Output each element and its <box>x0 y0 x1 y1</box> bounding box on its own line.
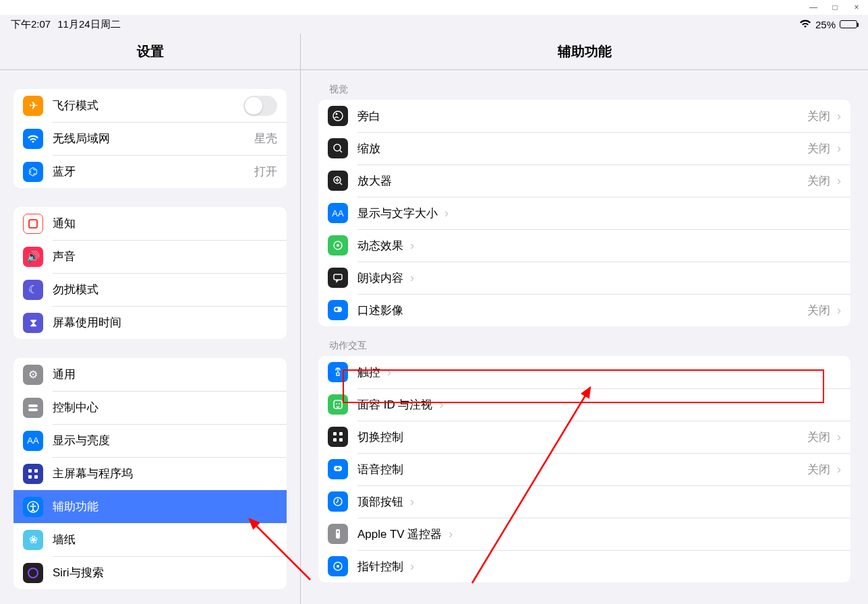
sidebar-title: 设置 <box>0 34 300 70</box>
chevron-right-icon: › <box>439 398 443 412</box>
wallpaper-icon: ❀ <box>23 530 43 550</box>
sidebar-group-connectivity: ✈ 飞行模式 无线局域网 星壳 ⌬ 蓝牙 打开 <box>13 89 287 188</box>
svg-rect-26 <box>339 432 343 435</box>
sidebar-item-label: 通知 <box>53 216 76 231</box>
chevron-right-icon: › <box>410 495 414 509</box>
sidebar-item-airplane[interactable]: ✈ 飞行模式 <box>13 89 287 122</box>
main-item-value: 关闭 <box>807 429 830 445</box>
main-item-magnifier[interactable]: 放大器 关闭 › <box>318 164 850 197</box>
svg-rect-2 <box>28 469 32 473</box>
main-item-textsize[interactable]: AA 显示与文字大小 › <box>318 197 850 229</box>
main-item-motion[interactable]: 动态效果 › <box>318 229 850 262</box>
svg-point-7 <box>32 503 34 505</box>
voiceover-icon <box>328 106 348 126</box>
status-date: 11月24日周二 <box>57 18 120 31</box>
sidebar-item-bluetooth[interactable]: ⌬ 蓝牙 打开 <box>13 155 287 188</box>
main-item-label: 面容 ID 与注视 <box>357 397 432 413</box>
chevron-right-icon: › <box>444 206 449 220</box>
sidebar-item-screentime[interactable]: ⧗ 屏幕使用时间 <box>13 306 287 339</box>
sidebar-item-controlcenter[interactable]: 控制中心 <box>13 391 287 424</box>
svg-point-32 <box>337 531 339 533</box>
chevron-right-icon: › <box>837 462 841 477</box>
main-item-spoken[interactable]: 朗读内容 › <box>318 262 850 294</box>
sidebar-item-label: 主屏幕与程序坞 <box>53 466 133 481</box>
airplane-toggle[interactable] <box>243 96 277 116</box>
main-group-interaction: 触控 › 面容 ID 与注视 › 切换控制 关闭 › <box>318 356 850 582</box>
main-item-touch[interactable]: 触控 › <box>318 356 850 388</box>
main-item-zoom[interactable]: 缩放 关闭 › <box>318 132 850 164</box>
main-item-label: 切换控制 <box>357 429 403 445</box>
main-item-faceid[interactable]: 面容 ID 与注视 › <box>318 388 850 421</box>
notifications-icon <box>23 214 43 234</box>
main-item-pointer[interactable]: 指针控制 › <box>318 550 850 582</box>
sidebar-item-homescreen[interactable]: 主屏幕与程序坞 <box>13 457 287 490</box>
sidebar-item-siri[interactable]: Siri与搜索 <box>13 556 287 589</box>
status-bar: 下午2:07 11月24日周二 25% <box>0 15 868 34</box>
magnifier-icon <box>328 171 348 191</box>
svg-rect-4 <box>28 475 32 479</box>
chevron-right-icon: › <box>837 430 841 444</box>
spoken-icon <box>328 268 348 288</box>
main-item-switchcontrol[interactable]: 切换控制 关闭 › <box>318 421 850 453</box>
main-item-voicecontrol[interactable]: 语音控制 关闭 › <box>318 453 850 485</box>
chevron-right-icon: › <box>410 560 414 574</box>
svg-rect-27 <box>333 438 337 442</box>
main-item-label: 朗读内容 <box>357 270 403 286</box>
sidebar-item-label: 勿扰模式 <box>53 282 98 297</box>
touch-icon <box>328 362 348 382</box>
chevron-right-icon: › <box>387 365 391 380</box>
voicecontrol-icon <box>328 459 348 479</box>
main-item-label: 顶部按钮 <box>357 494 403 510</box>
minimize-button[interactable]: — <box>809 3 818 12</box>
main-item-label: Apple TV 遥控器 <box>357 526 442 542</box>
chevron-right-icon: › <box>449 527 453 541</box>
screentime-icon: ⧗ <box>23 313 43 333</box>
sidebar-item-label: 显示与亮度 <box>53 433 110 448</box>
siri-icon <box>23 563 43 583</box>
svg-point-10 <box>336 113 338 115</box>
sidebar-item-label: 辅助功能 <box>53 499 98 514</box>
zoom-icon <box>328 138 348 158</box>
svg-point-9 <box>333 111 343 121</box>
main-item-value: 关闭 <box>807 173 830 189</box>
display-icon: AA <box>23 431 43 451</box>
svg-rect-19 <box>334 274 342 280</box>
homescreen-icon <box>23 464 43 484</box>
sidebar-item-dnd[interactable]: ☾ 勿扰模式 <box>13 273 287 306</box>
sidebar-item-value: 星壳 <box>254 131 277 146</box>
airplane-icon: ✈ <box>23 96 43 116</box>
svg-rect-1 <box>28 409 38 411</box>
main-item-value: 关闭 <box>807 109 830 124</box>
main-title: 辅助功能 <box>301 34 868 70</box>
main-item-label: 放大器 <box>357 173 392 189</box>
maximize-button[interactable]: □ <box>830 3 840 12</box>
sidebar-item-general[interactable]: ⚙ 通用 <box>13 358 287 391</box>
sidebar-item-wallpaper[interactable]: ❀ 墙纸 <box>13 523 287 556</box>
section-title-interaction: 动作交互 <box>329 340 850 352</box>
sidebar-item-wifi[interactable]: 无线局域网 星壳 <box>13 122 287 155</box>
sidebar-item-accessibility[interactable]: 辅助功能 <box>13 490 287 523</box>
sidebar-item-value: 打开 <box>254 164 277 179</box>
textsize-icon: AA <box>328 203 348 223</box>
chevron-right-icon: › <box>837 303 841 318</box>
chevron-right-icon: › <box>837 174 841 188</box>
main-panel: 辅助功能 视觉 旁白 关闭 › 缩放 关闭 › <box>301 34 868 604</box>
svg-rect-3 <box>34 469 38 473</box>
main-item-audiodesc[interactable]: 口述影像 关闭 › <box>318 294 850 326</box>
sidebar-group-general: ⚙ 通用 控制中心 AA 显示与亮度 主屏幕与程序坞 <box>13 358 287 589</box>
sidebar-item-sound[interactable]: 🔊 声音 <box>13 240 287 273</box>
sound-icon: 🔊 <box>23 247 43 267</box>
topbutton-icon <box>328 491 348 512</box>
svg-line-12 <box>340 150 342 152</box>
sidebar-item-label: 控制中心 <box>53 400 98 415</box>
close-button[interactable]: × <box>852 3 861 12</box>
general-icon: ⚙ <box>23 365 43 385</box>
main-item-voiceover[interactable]: 旁白 关闭 › <box>318 100 850 132</box>
main-item-topbutton[interactable]: 顶部按钮 › <box>318 485 850 518</box>
sidebar-item-display[interactable]: AA 显示与亮度 <box>13 424 287 457</box>
main-group-visual: 旁白 关闭 › 缩放 关闭 › 放大器 关闭 <box>318 100 850 326</box>
sidebar-item-label: 屏幕使用时间 <box>53 315 121 330</box>
appletv-icon <box>328 524 348 544</box>
sidebar-item-notifications[interactable]: 通知 <box>13 207 287 240</box>
main-item-appletv[interactable]: Apple TV 遥控器 › <box>318 518 850 550</box>
